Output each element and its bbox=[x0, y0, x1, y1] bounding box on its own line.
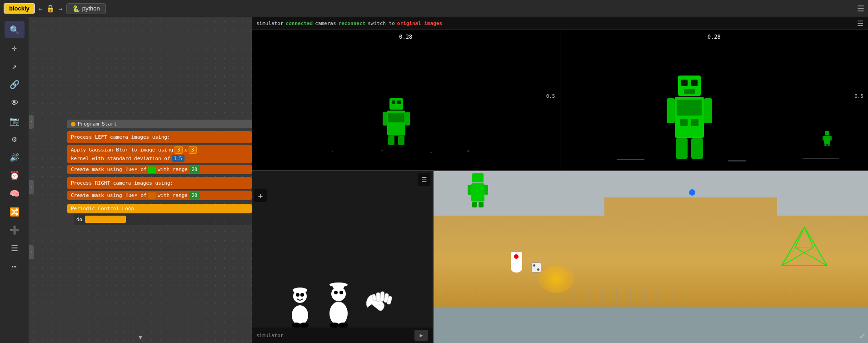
robot-svg-distant bbox=[823, 130, 832, 146]
periodic-loop-block[interactable]: Periodic Control Loop do bbox=[67, 204, 252, 225]
svg-rect-20 bbox=[691, 138, 703, 159]
sim-plus-btn[interactable]: + bbox=[254, 189, 267, 202]
hue-selector-left[interactable]: Hue ▼ bbox=[124, 166, 140, 173]
status-simulator: simulator bbox=[256, 20, 284, 26]
scroll-down-arrow[interactable]: ▼ bbox=[139, 333, 142, 341]
svg-marker-54 bbox=[782, 227, 827, 266]
left-edge-handle-2[interactable]: › bbox=[29, 180, 34, 194]
sidebar-item-list[interactable]: ☰ bbox=[5, 239, 25, 257]
sidebar-item-eye[interactable]: 👁 bbox=[5, 94, 25, 111]
sim-label: simulator bbox=[256, 333, 284, 338]
character-3 bbox=[363, 287, 399, 329]
scene-3d: 00:00:53.158 bbox=[434, 171, 868, 343]
sim-controls: ▶ bbox=[414, 330, 428, 341]
blockly-workspace[interactable]: › › › Program Start Process LEFT camera … bbox=[29, 17, 252, 343]
sidebar-item-speaker[interactable]: 🔊 bbox=[5, 148, 25, 166]
arrow-left-icon: ← bbox=[39, 5, 42, 12]
loop-body: do bbox=[74, 213, 252, 225]
ground-scatter-left bbox=[283, 147, 529, 156]
kernel2-value[interactable]: 3 bbox=[189, 146, 197, 154]
left-edge-handle-1[interactable]: › bbox=[29, 115, 34, 129]
svg-rect-48 bbox=[472, 173, 484, 182]
range-val-right[interactable]: 20 bbox=[189, 192, 200, 199]
svg-rect-26 bbox=[828, 144, 830, 146]
color-swatch-green-left[interactable] bbox=[148, 166, 156, 173]
svg-point-32 bbox=[292, 305, 308, 325]
wireframe-svg bbox=[777, 225, 832, 270]
python-button[interactable]: 🐍 python bbox=[66, 3, 106, 14]
program-start-block[interactable]: Program Start Process LEFT camera images… bbox=[67, 120, 252, 225]
do-bar[interactable] bbox=[85, 216, 126, 223]
sidebar-item-calc[interactable]: ➕ bbox=[5, 221, 25, 238]
scene-bowling-pin bbox=[511, 252, 522, 272]
sidebar-item-move[interactable]: ✛ bbox=[5, 39, 25, 56]
svg-rect-18 bbox=[704, 98, 712, 123]
kernel1-value[interactable]: 3 bbox=[175, 146, 183, 154]
sidebar-item-link[interactable]: 🔗 bbox=[5, 76, 25, 93]
svg-rect-22 bbox=[824, 136, 830, 144]
hue-dropdown-arrow[interactable]: ▼ bbox=[135, 167, 137, 172]
sidebar-item-brain[interactable]: 🧠 bbox=[5, 185, 25, 202]
process-right-block[interactable]: Process RIGHT camera images using: Creat… bbox=[67, 177, 252, 200]
program-start-label: Program Start bbox=[78, 121, 117, 127]
svg-rect-43 bbox=[376, 293, 380, 302]
char3-svg bbox=[363, 287, 399, 328]
create-mask-right-block[interactable]: Create mask using Hue ▼ of with range 20 bbox=[67, 191, 252, 200]
sim-toolbar-list-btn[interactable]: ☰ bbox=[418, 173, 430, 186]
svg-rect-12 bbox=[684, 89, 695, 94]
python-logo-icon: 🐍 bbox=[72, 5, 80, 12]
apply-gaussian-block[interactable]: Apply Gaussian Blur to image using 3 x 3… bbox=[67, 145, 252, 163]
process-left-block[interactable]: Process LEFT camera images using: Apply … bbox=[67, 131, 252, 174]
sidebar-item-clock[interactable]: ⏰ bbox=[5, 166, 25, 184]
svg-line-56 bbox=[795, 227, 804, 247]
status-bar: simulator connected cameras reconnect sw… bbox=[252, 17, 868, 30]
status-switch: switch to bbox=[368, 20, 395, 26]
scene-robot-svg bbox=[468, 171, 488, 207]
left-edge-handle-3[interactable]: › bbox=[29, 245, 34, 259]
svg-rect-16 bbox=[691, 119, 698, 126]
svg-rect-2 bbox=[397, 101, 401, 104]
sidebar-item-cursor[interactable]: ↗ bbox=[5, 57, 25, 75]
svg-rect-44 bbox=[380, 292, 384, 302]
color-swatch-orange-right[interactable] bbox=[148, 192, 156, 199]
hue-selector-right[interactable]: Hue ▼ bbox=[124, 192, 140, 199]
simulator-view: ☰ + bbox=[252, 171, 434, 343]
cam1-side-label: 0.5 bbox=[546, 93, 555, 99]
sim-toolbar: ☰ bbox=[418, 173, 430, 186]
of-label-right: of bbox=[140, 192, 146, 198]
sidebar-item-camera[interactable]: 📷 bbox=[5, 112, 25, 129]
x-label: x bbox=[184, 147, 187, 153]
lock-icon: 🔒 bbox=[46, 4, 55, 13]
sim-bottom-bar: simulator ▶ bbox=[252, 328, 433, 343]
robot-svg-left bbox=[383, 96, 410, 146]
create-mask-left-block[interactable]: Create mask using Hue ▼ of with range 20 bbox=[67, 165, 252, 174]
sim-play-btn[interactable]: ▶ bbox=[414, 330, 428, 341]
hamburger-icon[interactable]: ☰ bbox=[857, 4, 864, 13]
sidebar-item-settings[interactable]: ⚙ bbox=[5, 130, 25, 147]
svg-rect-19 bbox=[676, 138, 688, 159]
sidebar-item-network[interactable]: 🔀 bbox=[5, 203, 25, 220]
process-left-row: Process LEFT camera images using: bbox=[71, 133, 248, 141]
sidebar-item-search[interactable]: 🔍 bbox=[5, 21, 25, 38]
main-content: 🔍 ✛ ↗ 🔗 👁 📷 ⚙ 🔊 ⏰ 🧠 🔀 ➕ ☰ ⋯ › › › Progra… bbox=[0, 17, 868, 343]
camera-views: 0.28 0.5 bbox=[252, 30, 868, 171]
create-mask-left-label: Create mask using bbox=[71, 166, 122, 172]
svg-point-28 bbox=[296, 293, 299, 297]
status-original-images[interactable]: original images bbox=[397, 20, 442, 26]
status-hamburger-icon[interactable]: ☰ bbox=[857, 19, 863, 28]
range-val-left[interactable]: 20 bbox=[189, 166, 200, 173]
hue-dropdown-arrow-right[interactable]: ▼ bbox=[135, 193, 137, 197]
std-dev-value[interactable]: 1.5 bbox=[172, 155, 185, 162]
svg-rect-6 bbox=[405, 112, 410, 126]
scene-expand-icon[interactable]: ⤢ bbox=[859, 332, 865, 340]
status-reconnect[interactable]: reconnect bbox=[339, 20, 366, 26]
svg-rect-0 bbox=[389, 98, 403, 110]
scene-light-orb bbox=[538, 266, 574, 293]
svg-point-38 bbox=[334, 291, 338, 294]
svg-rect-4 bbox=[388, 113, 404, 122]
sidebar-item-dots[interactable]: ⋯ bbox=[5, 257, 25, 275]
hue-label-right: Hue bbox=[126, 193, 134, 198]
character-1 bbox=[285, 287, 315, 329]
blockly-button[interactable]: blockly bbox=[4, 3, 35, 14]
svg-rect-23 bbox=[823, 136, 824, 141]
